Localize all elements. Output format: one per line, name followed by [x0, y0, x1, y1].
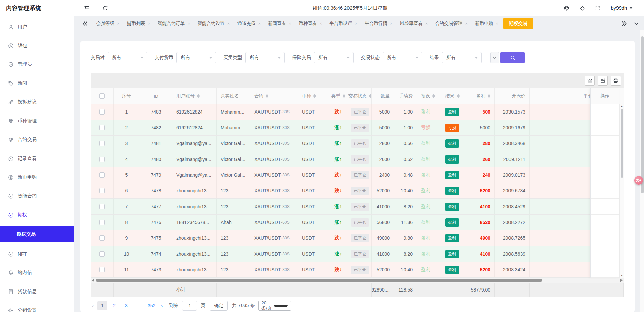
- close-icon[interactable]: [465, 21, 468, 26]
- goto-page-input[interactable]: [182, 301, 197, 311]
- sidebar-item-suggestions[interactable]: 投拆建议: [0, 93, 74, 112]
- close-icon[interactable]: [425, 21, 428, 26]
- select-all-checkbox[interactable]: [99, 93, 105, 99]
- confirm-button[interactable]: 确定: [210, 301, 228, 311]
- export-button[interactable]: [598, 76, 608, 86]
- refresh-icon[interactable]: [102, 5, 108, 11]
- close-icon[interactable]: [496, 21, 498, 26]
- tab-item[interactable]: 提币列表: [123, 18, 154, 29]
- scroll-right-icon[interactable]: [620, 279, 623, 282]
- table-vertical-scrollbar[interactable]: ▲ ▼: [619, 104, 624, 278]
- column-header-profit[interactable]: 盈利: [464, 88, 495, 104]
- search-button[interactable]: [500, 52, 525, 63]
- close-icon[interactable]: [289, 21, 291, 26]
- tab-item[interactable]: 合约交易管理: [431, 18, 471, 29]
- sidebar-item-smart-contract[interactable]: 智能合约: [0, 187, 74, 206]
- vertical-scroll-thumb[interactable]: [621, 109, 623, 178]
- result-select[interactable]: 所有: [442, 52, 482, 63]
- row-checkbox[interactable]: [99, 188, 105, 193]
- sort-icon[interactable]: [488, 94, 490, 98]
- scroll-down-icon[interactable]: ▼: [620, 274, 624, 277]
- sort-icon[interactable]: [432, 94, 435, 98]
- fullscreen-icon[interactable]: [595, 5, 601, 11]
- sidebar-item-new-coin[interactable]: 新币申购: [0, 168, 74, 187]
- column-header-result[interactable]: 结果: [441, 88, 464, 104]
- tab-item[interactable]: 平台币设置: [326, 18, 361, 29]
- sidebar-item-wallet[interactable]: 钱包: [0, 36, 74, 55]
- sort-icon[interactable]: [369, 94, 372, 98]
- trading-pair-select[interactable]: 所有: [108, 52, 147, 63]
- columns-setting-button[interactable]: [585, 76, 595, 86]
- close-icon[interactable]: [148, 21, 151, 26]
- page-scroll-thumb[interactable]: [641, 36, 644, 193]
- row-checkbox[interactable]: [99, 125, 105, 130]
- sidebar-item-news[interactable]: 新闻: [0, 74, 74, 93]
- tab-item[interactable]: 智能合约设置: [194, 18, 234, 29]
- sidebar-item-records[interactable]: 记录查看: [0, 149, 74, 168]
- print-button[interactable]: [611, 76, 621, 86]
- page-size-select[interactable]: 20 条/页: [258, 301, 291, 311]
- column-header-coin[interactable]: 币种: [298, 88, 328, 104]
- sort-icon[interactable]: [313, 94, 316, 98]
- sort-icon[interactable]: [197, 94, 200, 98]
- column-header-status[interactable]: 交易状态: [348, 88, 372, 104]
- table-horizontal-scrollbar[interactable]: [91, 278, 624, 283]
- floating-translate-button[interactable]: 文A: [634, 176, 643, 185]
- scroll-left-icon[interactable]: [92, 279, 94, 282]
- close-icon[interactable]: [320, 21, 322, 26]
- column-header-type[interactable]: 类型: [328, 88, 348, 104]
- theme-palette-icon[interactable]: [564, 5, 569, 11]
- collapse-sidebar-icon[interactable]: [84, 5, 90, 11]
- sidebar-item-options[interactable]: 期权: [0, 206, 74, 224]
- sidebar-item-loan-info[interactable]: 贷款信息: [0, 282, 74, 301]
- sidebar-item-distribution[interactable]: 分销设置: [0, 301, 74, 312]
- collapse-filters-button[interactable]: [490, 52, 499, 63]
- close-icon[interactable]: [258, 21, 261, 26]
- sidebar-item-contract-trade[interactable]: 合约交易: [0, 130, 74, 149]
- page-scrollbar[interactable]: [640, 30, 644, 312]
- row-checkbox[interactable]: [99, 251, 105, 257]
- tab-item[interactable]: 币种查看: [295, 18, 326, 29]
- tab-item[interactable]: 平台币行情: [361, 18, 396, 29]
- tab-active[interactable]: 期权交易: [503, 18, 533, 29]
- sidebar-item-messages[interactable]: 站内信: [0, 263, 74, 282]
- tab-item[interactable]: 新闻查看: [264, 18, 295, 29]
- close-icon[interactable]: [187, 21, 190, 26]
- tabs-menu-icon[interactable]: [633, 20, 639, 27]
- page-button[interactable]: 3: [121, 301, 131, 310]
- row-checkbox[interactable]: [99, 157, 105, 162]
- sidebar-item-admins[interactable]: 管理员: [0, 55, 74, 74]
- row-checkbox[interactable]: [99, 235, 105, 241]
- tag-icon[interactable]: [579, 5, 585, 11]
- page-button[interactable]: 2: [109, 301, 119, 310]
- close-icon[interactable]: [355, 21, 358, 26]
- user-menu[interactable]: by99dh: [611, 5, 633, 11]
- column-header-contract[interactable]: 合约: [250, 88, 298, 104]
- close-icon[interactable]: [390, 21, 393, 26]
- sidebar-item-nft[interactable]: NFT: [0, 244, 74, 263]
- tab-item[interactable]: 智能合约订单: [154, 18, 194, 29]
- next-page-icon[interactable]: ›: [160, 303, 164, 309]
- row-checkbox[interactable]: [99, 204, 105, 209]
- sidebar-subitem-options-trade[interactable]: 期权交易: [0, 226, 74, 242]
- tab-item[interactable]: 风险率查看: [396, 18, 431, 29]
- tab-item[interactable]: 新币申购: [471, 18, 502, 29]
- sort-icon[interactable]: [457, 94, 460, 98]
- page-button[interactable]: 352: [146, 301, 157, 310]
- close-icon[interactable]: [117, 21, 120, 26]
- column-header-account[interactable]: 用户账号: [172, 88, 217, 104]
- row-checkbox[interactable]: [99, 109, 105, 115]
- tab-item[interactable]: 会员等级: [93, 18, 123, 29]
- row-checkbox[interactable]: [99, 267, 105, 272]
- close-icon[interactable]: [227, 21, 230, 26]
- horizontal-scroll-thumb[interactable]: [96, 279, 542, 282]
- row-checkbox[interactable]: [99, 220, 105, 225]
- row-checkbox[interactable]: [99, 172, 105, 178]
- trade-type-select[interactable]: 所有: [245, 52, 285, 63]
- scroll-up-icon[interactable]: ▲: [620, 105, 624, 108]
- page-current[interactable]: 1: [97, 301, 107, 310]
- sidebar-item-coin-manage[interactable]: 币种管理: [0, 112, 74, 130]
- tab-item[interactable]: 通道充值: [233, 18, 264, 29]
- sort-icon[interactable]: [266, 94, 268, 98]
- pay-currency-select[interactable]: 所有: [176, 52, 216, 63]
